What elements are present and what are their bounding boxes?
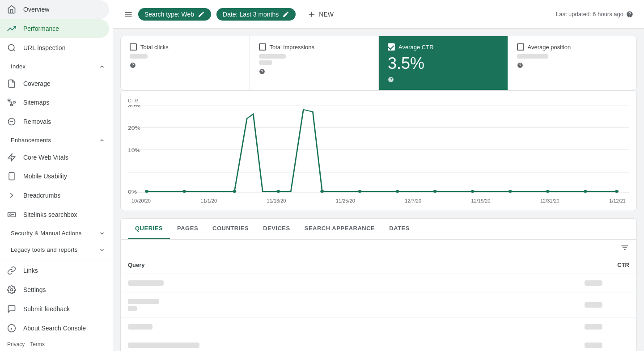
sidebar-item-core-web-vitals-label: Core Web Vitals [23, 154, 68, 161]
sidebar-item-links[interactable]: Links [0, 261, 109, 280]
sidebar-item-performance-label: Performance [23, 25, 59, 32]
last-updated-text: Last updated: 6 hours ago [556, 11, 623, 17]
link-icon [7, 266, 16, 275]
tabs-row: QUERIES PAGES COUNTRIES DEVICES SEARCH A… [121, 219, 636, 239]
total-impressions-value-area [259, 54, 370, 65]
privacy-link[interactable]: Privacy [7, 341, 25, 347]
table-row[interactable] [121, 274, 636, 292]
tab-countries[interactable]: COUNTRIES [205, 219, 256, 239]
security-section-label: Security & Manual Actions [11, 230, 82, 237]
x-label-6: 12/31/20 [540, 198, 559, 203]
sidebar-item-removals-label: Removals [23, 118, 51, 125]
svg-line-1 [13, 50, 15, 51]
metric-card-average-ctr[interactable]: Average CTR 3.5% [379, 36, 508, 90]
sidebar-section-enhancements[interactable]: Enhancements [0, 131, 113, 148]
metric-card-total-clicks[interactable]: Total clicks [121, 36, 250, 90]
tab-search-appearance[interactable]: SEARCH APPEARANCE [297, 219, 382, 239]
filter-list-icon[interactable] [620, 243, 629, 252]
table-row[interactable] [121, 336, 636, 351]
sidebar-item-coverage[interactable]: Coverage [0, 74, 109, 93]
sidebar-item-mobile-usability[interactable]: Mobile Usability [0, 167, 109, 186]
average-ctr-checkbox[interactable] [388, 43, 395, 51]
svg-point-32 [395, 190, 399, 193]
menu-icon[interactable] [124, 10, 133, 19]
total-clicks-checkbox[interactable] [130, 43, 137, 51]
average-ctr-label: Average CTR [398, 44, 434, 51]
sidebar-section-index[interactable]: Index [0, 57, 113, 74]
sidebar-item-url-inspection[interactable]: URL inspection [0, 38, 109, 57]
table-row-query [128, 324, 585, 330]
terms-link[interactable]: Terms [30, 341, 45, 347]
sidebar-item-performance[interactable]: Performance [0, 19, 109, 38]
x-label-5: 12/19/20 [471, 198, 491, 203]
total-impressions-placeholder2 [259, 60, 272, 65]
tab-queries[interactable]: QUERIES [128, 219, 170, 239]
chart-y-label: CTR [128, 98, 629, 103]
sidebar-item-sitelinks-searchbox[interactable]: Sitelinks searchbox [0, 205, 109, 224]
sidebar-item-submit-feedback[interactable]: Submit feedback [0, 299, 109, 318]
metric-card-total-impressions[interactable]: Total impressions [250, 36, 379, 90]
search-type-label: Search type: Web [144, 11, 194, 18]
metric-card-average-position[interactable]: Average position [508, 36, 637, 90]
average-position-label: Average position [528, 44, 571, 51]
last-updated: Last updated: 6 hours ago [556, 11, 633, 18]
table-row[interactable] [121, 292, 636, 318]
svg-point-30 [320, 190, 324, 193]
total-impressions-label: Total impressions [270, 44, 314, 51]
table-toolbar [121, 240, 636, 256]
sidebar-item-overview[interactable]: Overview [0, 0, 109, 19]
help-icon[interactable] [626, 11, 633, 18]
add-filter-button[interactable]: NEW [301, 7, 340, 21]
feedback-icon [7, 304, 16, 313]
svg-point-37 [584, 190, 587, 193]
plus-icon [307, 10, 316, 19]
chart-x-labels: 10/20/20 11/1/20 11/13/20 11/25/20 12/7/… [128, 198, 629, 203]
table-header: Query CTR [121, 256, 636, 274]
svg-point-13 [11, 289, 13, 291]
sidebar-item-about[interactable]: About Search Console [0, 318, 109, 338]
sidebar-item-removals[interactable]: Removals [0, 112, 109, 131]
average-position-placeholder [517, 54, 548, 59]
sidebar-item-breadcrumbs[interactable]: Breadcrumbs [0, 186, 109, 205]
sitemap-icon [7, 98, 16, 107]
average-position-checkbox[interactable] [517, 43, 524, 51]
sidebar-item-settings[interactable]: Settings [0, 280, 109, 300]
x-label-0: 10/20/20 [131, 198, 151, 203]
sidebar-item-submit-feedback-label: Submit feedback [23, 305, 70, 313]
date-filter[interactable]: Date: Last 3 months [216, 8, 296, 21]
tab-dates[interactable]: DATES [382, 219, 417, 239]
sidebar-item-about-label: About Search Console [23, 325, 86, 332]
svg-point-35 [508, 190, 512, 193]
row-placeholder [128, 324, 153, 330]
search-type-filter[interactable]: Search type: Web [138, 8, 211, 21]
tab-pages[interactable]: PAGES [170, 219, 205, 239]
table-row[interactable] [121, 318, 636, 336]
sidebar-item-settings-label: Settings [23, 286, 46, 293]
sidebar-section-security[interactable]: Security & Manual Actions [0, 224, 113, 241]
sidebar-item-core-web-vitals[interactable]: Core Web Vitals [0, 148, 109, 167]
average-position-help-icon [517, 62, 523, 68]
main-content: Search type: Web Date: Last 3 months NEW… [113, 0, 644, 351]
sidebar-section-legacy[interactable]: Legacy tools and reports [0, 241, 113, 257]
sidebar-item-url-inspection-label: URL inspection [23, 44, 65, 51]
remove-circle-icon [7, 117, 16, 126]
security-chevron-icon [98, 230, 106, 237]
lightning-icon [7, 153, 16, 162]
svg-text:30%: 30% [128, 105, 140, 108]
svg-text:20%: 20% [128, 126, 140, 131]
sidebar-item-sitemaps[interactable]: Sitemaps [0, 93, 109, 112]
breadcrumb-icon [7, 191, 16, 200]
tab-devices[interactable]: DEVICES [256, 219, 297, 239]
svg-text:10%: 10% [128, 148, 140, 153]
row-ctr-placeholder [585, 280, 602, 286]
svg-point-0 [8, 44, 14, 50]
row-placeholder2 [128, 306, 137, 311]
total-clicks-value-area [130, 54, 241, 59]
sidebar-item-breadcrumbs-label: Breadcrumbs [23, 192, 60, 199]
legacy-chevron-icon [98, 246, 106, 254]
sidebar-item-sitemaps-label: Sitemaps [23, 99, 49, 106]
total-impressions-checkbox[interactable] [259, 43, 266, 51]
average-ctr-footer [388, 76, 499, 83]
index-section-label: Index [11, 63, 25, 70]
table-row-ctr [585, 280, 629, 286]
